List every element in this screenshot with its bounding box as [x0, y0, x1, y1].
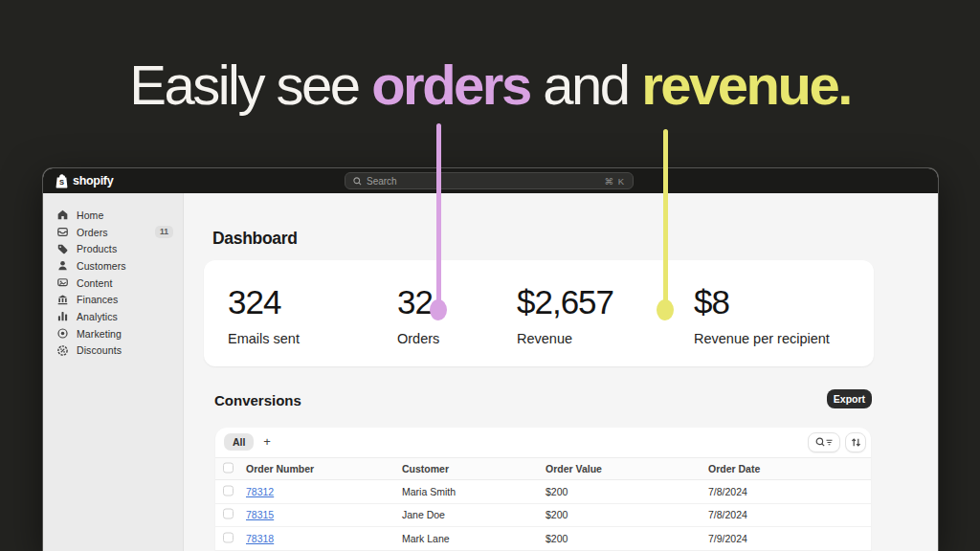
stat-label: Orders — [397, 331, 439, 346]
customer-cell: Maria Smith — [402, 486, 456, 497]
analytics-icon — [57, 311, 68, 321]
main-content: Dashboard 324 Emails sent 32 Orders $2,6… — [184, 193, 938, 551]
table-row[interactable]: 78312 Maria Smith $200 7/8/2024 — [215, 480, 871, 504]
page-title: Dashboard — [212, 229, 298, 249]
sidebar-item-label: Marketing — [77, 328, 173, 340]
sort-button[interactable] — [845, 432, 866, 452]
order-number-link[interactable]: 78315 — [246, 509, 274, 520]
conversions-title: Conversions — [214, 392, 301, 408]
search-input[interactable]: Search ⌘ K — [345, 172, 634, 189]
stat-value: $8 — [694, 283, 729, 321]
sidebar-item-label: Orders — [77, 227, 146, 238]
topbar: S shopify Search ⌘ K — [43, 168, 938, 193]
sidebar-item-finances[interactable]: Finances — [43, 291, 183, 308]
search-shortcut: ⌘ K — [605, 176, 625, 187]
stat-value: $2,657 — [517, 283, 613, 321]
stat-value: 324 — [228, 283, 280, 321]
sidebar-item-label: Finances — [77, 294, 173, 305]
order-number-link[interactable]: 78318 — [246, 533, 274, 544]
sidebar-item-label: Content — [77, 277, 173, 289]
table-row[interactable]: 78318 Mark Lane $200 7/9/2024 — [215, 527, 871, 551]
sidebar-item-discounts[interactable]: Discounts — [43, 342, 183, 360]
row-checkbox[interactable] — [223, 532, 234, 542]
products-icon — [57, 244, 68, 254]
brand-name: shopify — [73, 174, 113, 187]
stat-label: Revenue — [517, 331, 572, 346]
order-value-cell: $200 — [546, 509, 568, 520]
stat-label: Emails sent — [228, 331, 300, 346]
stat-label: Revenue per recipient — [694, 331, 830, 346]
headline-part1: Easily see — [129, 54, 371, 116]
order-value-cell: $200 — [546, 486, 568, 497]
shopify-admin-window: S shopify Search ⌘ K Home Orders 11 Prod… — [43, 168, 938, 551]
export-button[interactable]: Export — [827, 389, 872, 408]
sidebar-item-label: Analytics — [77, 311, 173, 322]
column-header-order-value[interactable]: Order Value — [546, 463, 602, 474]
sidebar-item-content[interactable]: Content — [43, 275, 183, 292]
conversions-table-card: All + Order Number Customer Order Value … — [215, 428, 871, 551]
sidebar-item-products[interactable]: Products — [43, 240, 183, 257]
shopify-logo[interactable]: S shopify — [56, 174, 113, 188]
headline-orders-word: orders — [371, 54, 530, 116]
orders-connector-line — [436, 123, 441, 303]
marketing-icon — [57, 328, 68, 339]
sidebar-item-label: Home — [77, 209, 173, 221]
svg-text:S: S — [59, 177, 64, 186]
search-filter-icon — [815, 437, 833, 448]
select-all-checkbox[interactable] — [223, 463, 234, 474]
sidebar-item-orders[interactable]: Orders 11 — [43, 224, 183, 241]
search-icon — [353, 177, 362, 186]
sidebar-item-marketing[interactable]: Marketing — [43, 325, 183, 342]
sidebar-item-label: Products — [77, 243, 173, 254]
orders-icon — [57, 227, 68, 237]
order-number-link[interactable]: 78312 — [246, 486, 274, 497]
shopify-bag-icon: S — [56, 174, 68, 188]
sort-icon — [851, 437, 861, 448]
row-checkbox[interactable] — [223, 509, 234, 519]
sidebar: Home Orders 11 Products Customers Conten… — [43, 193, 184, 551]
sidebar-item-home[interactable]: Home — [43, 207, 183, 224]
revenue-connector-dot — [657, 299, 674, 320]
column-header-order-number[interactable]: Order Number — [246, 463, 314, 474]
tab-all[interactable]: All — [224, 433, 254, 451]
sidebar-item-label: Discounts — [77, 344, 173, 356]
order-date-cell: 7/8/2024 — [708, 486, 747, 497]
headline-revenue-word: revenue. — [641, 54, 851, 116]
add-tab-button[interactable]: + — [258, 432, 276, 450]
customer-cell: Jane Doe — [402, 509, 445, 520]
sidebar-item-customers[interactable]: Customers — [43, 257, 183, 275]
finances-icon — [57, 295, 68, 305]
table-header-row: Order Number Customer Order Value Order … — [215, 457, 871, 480]
table-toolbar: All + — [215, 428, 871, 457]
headline: Easily see orders and revenue. — [0, 55, 980, 116]
table-row[interactable]: 78315 Jane Doe $200 7/8/2024 — [215, 504, 871, 528]
revenue-connector-line — [663, 129, 668, 303]
home-icon — [57, 209, 68, 220]
sidebar-item-label: Customers — [77, 260, 173, 272]
order-date-cell: 7/8/2024 — [708, 509, 747, 520]
sidebar-item-analytics[interactable]: Analytics — [43, 308, 183, 325]
customers-icon — [57, 260, 68, 271]
order-value-cell: $200 — [546, 533, 568, 544]
stat-value: 32 — [397, 283, 433, 321]
search-filter-button[interactable] — [808, 432, 840, 452]
order-date-cell: 7/9/2024 — [708, 533, 747, 544]
discounts-icon — [57, 345, 68, 356]
column-header-order-date[interactable]: Order Date — [708, 463, 760, 474]
stats-card: 324 Emails sent 32 Orders $2,657 Revenue… — [204, 260, 874, 366]
orders-connector-dot — [430, 299, 447, 320]
row-checkbox[interactable] — [223, 485, 234, 496]
column-header-customer[interactable]: Customer — [402, 463, 449, 474]
content-icon — [57, 277, 68, 288]
customer-cell: Mark Lane — [402, 533, 450, 544]
orders-count-badge: 11 — [155, 226, 173, 238]
search-placeholder: Search — [367, 176, 600, 187]
headline-part2: and — [530, 54, 642, 116]
